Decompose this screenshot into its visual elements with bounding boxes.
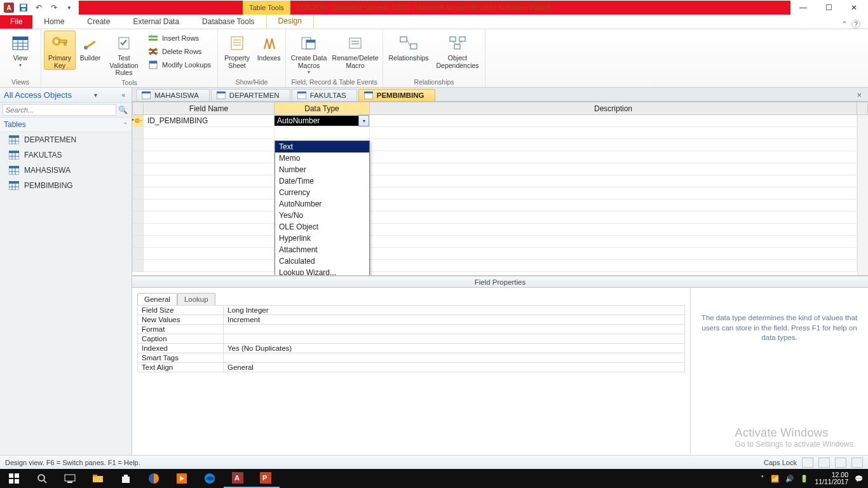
create-data-macros-button[interactable]: Create Data Macros <box>288 30 329 76</box>
tab-design[interactable]: Design <box>267 14 313 28</box>
table-row[interactable] <box>132 139 857 151</box>
media-icon[interactable] <box>168 469 196 488</box>
ribbon-minimize-icon[interactable]: ⌃ <box>841 20 848 29</box>
nav-item-mahasiswa[interactable]: MAHASISWA <box>0 163 132 178</box>
doc-tab-mahasiswa[interactable]: MAHASISWA <box>136 89 210 101</box>
tab-database-tools[interactable]: Database Tools <box>191 15 266 29</box>
battery-icon[interactable]: 🔋 <box>800 475 808 483</box>
datatype-option[interactable]: AutoNumber <box>275 198 369 210</box>
datatype-option[interactable]: Number <box>275 164 369 175</box>
close-button[interactable]: ✕ <box>841 1 867 15</box>
grid-body[interactable]: ▸ ID_PEMBIMBING AutoNumber ▾ <box>132 115 868 275</box>
table-row[interactable] <box>132 151 857 163</box>
row-selector[interactable] <box>132 151 144 163</box>
property-value[interactable]: General <box>224 363 685 372</box>
object-dependencies-button[interactable]: Object Dependencies <box>433 30 482 70</box>
property-value[interactable]: Yes (No Duplicates) <box>224 344 685 353</box>
table-row[interactable] <box>132 127 857 139</box>
datatype-option[interactable]: Currency <box>275 187 369 198</box>
property-value[interactable] <box>224 325 685 334</box>
file-explorer-icon[interactable] <box>84 469 112 488</box>
modify-lookups-button[interactable]: Modify Lookups <box>144 58 215 71</box>
property-value[interactable]: Long Integer <box>224 306 685 315</box>
insert-rows-button[interactable]: +Insert Rows <box>144 32 215 44</box>
start-button[interactable] <box>0 469 28 488</box>
row-selector[interactable]: ▸ <box>132 115 144 127</box>
help-icon[interactable]: ? <box>851 20 860 29</box>
test-validation-rules-button[interactable]: Test Validation Rules <box>105 30 143 78</box>
nav-item-pembimbing[interactable]: PEMBIMBING <box>0 178 132 193</box>
table-row[interactable] <box>132 175 857 187</box>
col-field-name[interactable]: Field Name <box>144 102 275 115</box>
row-selector[interactable] <box>132 200 144 212</box>
save-icon[interactable] <box>18 2 29 13</box>
property-row[interactable]: Field SizeLong Integer <box>138 306 685 315</box>
powerpoint-taskbar-icon[interactable]: P <box>252 469 280 488</box>
datatype-option[interactable]: Memo <box>275 152 369 164</box>
datatype-option[interactable]: Lookup Wizard... <box>275 267 369 275</box>
view-design-icon[interactable] <box>818 458 830 468</box>
view-other1-icon[interactable] <box>835 458 846 468</box>
table-row[interactable]: ▸ ID_PEMBIMBING AutoNumber ▾ <box>132 115 857 127</box>
row-selector[interactable] <box>132 236 144 248</box>
undo-icon[interactable]: ↶ <box>33 2 44 13</box>
tab-file[interactable]: File <box>0 15 32 29</box>
property-value[interactable]: Increment <box>224 315 685 325</box>
property-row[interactable]: IndexedYes (No Duplicates) <box>138 344 685 353</box>
relationships-button[interactable]: Relationships <box>386 30 431 63</box>
indexes-button[interactable]: Indexes <box>255 30 283 63</box>
primary-key-button[interactable]: Primary Key <box>44 30 76 70</box>
view-datasheet-icon[interactable] <box>802 458 813 468</box>
rename-delete-macro-button[interactable]: Rename/Delete Macro <box>330 30 380 70</box>
table-row[interactable] <box>132 187 857 200</box>
row-selector[interactable] <box>132 139 144 151</box>
store-icon[interactable] <box>112 469 140 488</box>
col-description[interactable]: Description <box>370 102 857 115</box>
nav-header[interactable]: All Access Objects ▾ « <box>0 88 132 103</box>
network-icon[interactable]: 📶 <box>771 475 779 483</box>
tab-external-data[interactable]: External Data <box>121 15 191 29</box>
property-row[interactable]: Smart Tags <box>138 353 685 363</box>
nav-item-fakultas[interactable]: FAKULTAS <box>0 147 132 163</box>
row-selector[interactable] <box>132 260 144 272</box>
datatype-option[interactable]: Date/Time <box>275 175 369 187</box>
property-value[interactable] <box>224 334 685 344</box>
datatype-option[interactable]: Calculated <box>275 255 369 267</box>
description-cell[interactable] <box>370 115 857 127</box>
taskview-icon[interactable] <box>56 469 84 488</box>
table-row[interactable] <box>132 200 857 212</box>
view-button[interactable]: View <box>3 30 38 69</box>
nav-dropdown-icon[interactable]: ▾ <box>92 92 100 98</box>
qat-dropdown-icon[interactable]: ▼ <box>64 2 75 13</box>
table-row[interactable] <box>132 260 857 272</box>
table-row[interactable] <box>132 236 857 248</box>
search-input[interactable] <box>3 104 116 116</box>
table-row[interactable] <box>132 248 857 260</box>
datatype-option[interactable]: Hyperlink <box>275 233 369 244</box>
scroll-up-icon[interactable] <box>857 102 868 115</box>
access-taskbar-icon[interactable]: A <box>224 469 252 488</box>
property-value[interactable] <box>224 353 685 363</box>
doc-tab-departemen[interactable]: DEPARTEMEN <box>211 89 290 101</box>
builder-button[interactable]: Builder <box>77 30 104 63</box>
tray-chevron-icon[interactable]: ˄ <box>761 475 764 482</box>
nav-collapse-icon[interactable]: « <box>119 92 128 98</box>
search-taskbar-icon[interactable] <box>28 469 56 488</box>
datatype-option[interactable]: Yes/No <box>275 210 369 221</box>
datatype-option[interactable]: Attachment <box>275 244 369 255</box>
row-selector[interactable] <box>132 224 144 236</box>
nav-item-departemen[interactable]: DEPARTEMEN <box>0 132 132 147</box>
delete-rows-button[interactable]: Delete Rows <box>144 45 215 58</box>
datatype-option[interactable]: OLE Object <box>275 221 369 233</box>
col-data-type[interactable]: Data Type <box>275 102 370 115</box>
tab-create[interactable]: Create <box>76 15 121 29</box>
table-row[interactable] <box>132 163 857 175</box>
table-row[interactable] <box>132 212 857 224</box>
row-selector[interactable] <box>132 175 144 187</box>
property-row[interactable]: Caption <box>138 334 685 344</box>
search-icon[interactable]: 🔍 <box>116 105 129 114</box>
grid-scrollbar[interactable] <box>857 115 868 275</box>
nav-group-tables[interactable]: Tables ⌃ <box>0 118 132 132</box>
row-selector[interactable] <box>132 248 144 260</box>
property-sheet-button[interactable]: Property Sheet <box>220 30 254 70</box>
